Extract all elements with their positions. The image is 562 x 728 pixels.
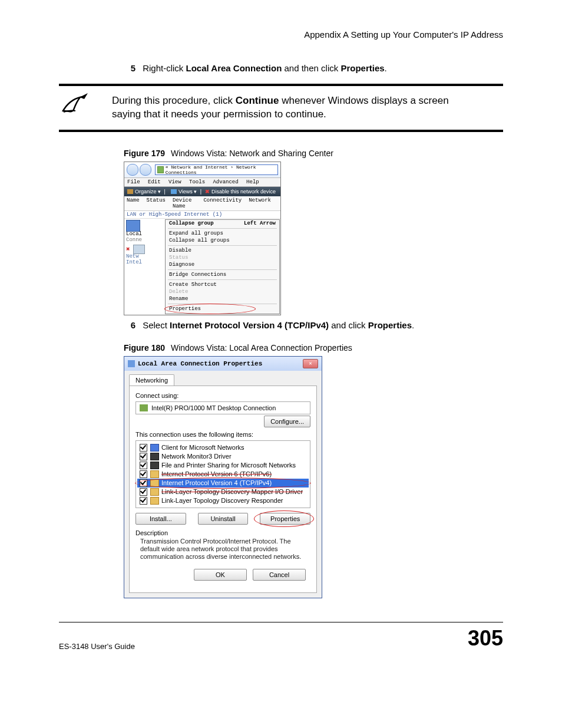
items-listbox[interactable]: Client for Microsoft Networks Network Mo… — [135, 440, 310, 508]
conn-intel: Intel — [126, 260, 163, 266]
checkbox-icon[interactable] — [140, 479, 147, 487]
button-row: Install... Uninstall Properties — [135, 513, 310, 525]
menu-tools[interactable]: Tools — [189, 179, 205, 185]
service-icon — [150, 462, 159, 469]
ctx-expand-all[interactable]: Expand all groups — [166, 230, 279, 237]
checkbox-icon[interactable] — [140, 444, 147, 452]
footer-guide: ES-3148 User's Guide — [59, 642, 135, 651]
list-item-label: Client for Microsoft Networks — [161, 444, 244, 451]
connect-using-label: Connect using: — [135, 392, 310, 399]
ctx-shortcut[interactable]: Create Shortcut — [166, 281, 279, 288]
menu-view[interactable]: View — [168, 179, 181, 185]
toolbar: Organize▾ | Views▾ | ✖ Disable this netw… — [124, 187, 280, 196]
ctx-bridge[interactable]: Bridge Connections — [166, 271, 279, 278]
install-button[interactable]: Install... — [135, 513, 186, 525]
client-icon — [150, 444, 159, 452]
step-6-mid: and click — [329, 320, 368, 330]
column-headers: Name Status Device Name Connectivity Net… — [124, 196, 280, 211]
list-item-label: Link-Layer Topology Discovery Responder — [161, 497, 283, 504]
toolbar-organize[interactable]: Organize — [135, 189, 157, 195]
context-menu: Collapse group Left Arrow Expand all gro… — [165, 219, 280, 314]
menu-help[interactable]: Help — [246, 179, 259, 185]
close-button[interactable]: ✕ — [303, 359, 318, 368]
list-item-label: Network Monitor3 Driver — [161, 453, 232, 460]
col-conn[interactable]: Connectivity — [203, 197, 242, 209]
list-item[interactable]: Internet Protocol Version 6 (TCP/IPv6) — [137, 470, 309, 479]
adapter-name: Intel(R) PRO/1000 MT Desktop Connection — [151, 404, 276, 411]
figure-180-text: Windows Vista: Local Area Connection Pro… — [171, 343, 352, 353]
adapter-field: Intel(R) PRO/1000 MT Desktop Connection — [135, 401, 310, 414]
nav-bar: « Network and Internet › Network Connect… — [124, 162, 280, 178]
cancel-button[interactable]: Cancel — [253, 569, 306, 581]
ctx-collapse-all[interactable]: Collapse all groups — [166, 237, 279, 244]
col-device[interactable]: Device Name — [173, 197, 196, 209]
checkbox-icon[interactable] — [140, 470, 147, 478]
ctx-delete: Delete — [166, 288, 279, 295]
list-item[interactable]: Link-Layer Topology Discovery Responder — [137, 496, 309, 505]
figure-179-caption: Figure 179 Windows Vista: Network and Sh… — [124, 149, 503, 158]
category-header: LAN or High-Speed Internet (1) — [124, 211, 280, 219]
toolbar-disable[interactable]: Disable this network device — [211, 189, 276, 195]
tab-row: Networking — [124, 371, 322, 386]
disable-icon: ✖ — [205, 189, 210, 195]
ctx-rename[interactable]: Rename — [166, 295, 279, 302]
ok-button[interactable]: OK — [194, 569, 247, 581]
menu-edit[interactable]: Edit — [148, 179, 161, 185]
dialog-titlebar: Local Area Connection Properties ✕ — [124, 357, 322, 371]
address-bar[interactable]: « Network and Internet › Network Connect… — [155, 164, 278, 175]
toolbar-views[interactable]: Views — [178, 189, 193, 195]
screenshot-lan-properties: Local Area Connection Properties ✕ Netwo… — [124, 356, 322, 599]
configure-button[interactable]: Configure... — [264, 416, 310, 427]
back-button[interactable] — [127, 164, 138, 176]
list-item-label: Link-Layer Topology Discovery Mapper I/O… — [161, 488, 303, 495]
step-6-num: 6 — [124, 320, 135, 330]
conn-sub: Conne — [126, 238, 163, 243]
protocol-icon — [150, 488, 159, 496]
col-status[interactable]: Status — [147, 197, 166, 209]
menu-file[interactable]: File — [127, 179, 140, 185]
list-item[interactable]: Client for Microsoft Networks — [137, 443, 309, 452]
note-icon — [59, 91, 94, 117]
step-6-b1: Internet Protocol Version 4 (TCP/IPv4) — [170, 320, 329, 330]
list-item[interactable]: Network Monitor3 Driver — [137, 452, 309, 461]
menu-bar: File Edit View Tools Advanced Help — [124, 178, 280, 187]
folder-icon — [127, 189, 133, 194]
step-5-num: 5 — [124, 63, 135, 73]
footer-page-number: 305 — [468, 626, 503, 651]
protocol-icon — [150, 470, 159, 478]
tab-networking[interactable]: Networking — [129, 374, 174, 386]
col-name[interactable]: Name — [127, 197, 140, 209]
checkbox-icon[interactable] — [140, 488, 147, 496]
page-footer: ES-3148 User's Guide 305 — [59, 622, 503, 651]
ctx-collapse-group[interactable]: Collapse group Left Arrow — [166, 220, 279, 227]
screen-icon — [133, 245, 145, 254]
uninstall-button[interactable]: Uninstall — [198, 513, 249, 525]
ctx-disable[interactable]: Disable — [166, 247, 279, 254]
ctx-properties[interactable]: Properties — [166, 305, 279, 312]
figure-179-label: Figure 179 — [124, 149, 165, 158]
checkbox-icon[interactable] — [140, 453, 147, 460]
menu-advanced[interactable]: Advanced — [213, 179, 238, 185]
driver-icon — [150, 453, 159, 460]
adapter-icon — [140, 404, 148, 411]
ctx-status: Status — [166, 254, 279, 261]
connection-item[interactable]: Local Conne ✖ Netw Intel — [124, 219, 164, 315]
figure-180-caption: Figure 180 Windows Vista: Local Area Con… — [124, 343, 503, 353]
forward-button[interactable] — [140, 164, 151, 176]
protocol-icon — [150, 497, 159, 505]
dialog-title: Local Area Connection Properties — [138, 360, 262, 367]
note-l2: saying that it needs your permission to … — [112, 108, 326, 120]
list-item[interactable]: Link-Layer Topology Discovery Mapper I/O… — [137, 487, 309, 496]
checkbox-icon[interactable] — [140, 497, 147, 505]
step-6: 6 Select Internet Protocol Version 4 (TC… — [59, 320, 503, 330]
connection-icon — [126, 220, 140, 232]
title-icon — [128, 360, 135, 367]
list-item-selected[interactable]: Internet Protocol Version 4 (TCP/IPv4) — [137, 479, 309, 487]
properties-button[interactable]: Properties — [260, 513, 310, 525]
list-item[interactable]: File and Printer Sharing for Microsoft N… — [137, 461, 309, 470]
checkbox-icon[interactable] — [140, 462, 147, 469]
ctx-diagnose[interactable]: Diagnose — [166, 261, 279, 268]
col-network[interactable]: Network — [249, 197, 271, 209]
address-icon — [157, 166, 164, 173]
uses-label: This connection uses the following items… — [135, 431, 310, 438]
